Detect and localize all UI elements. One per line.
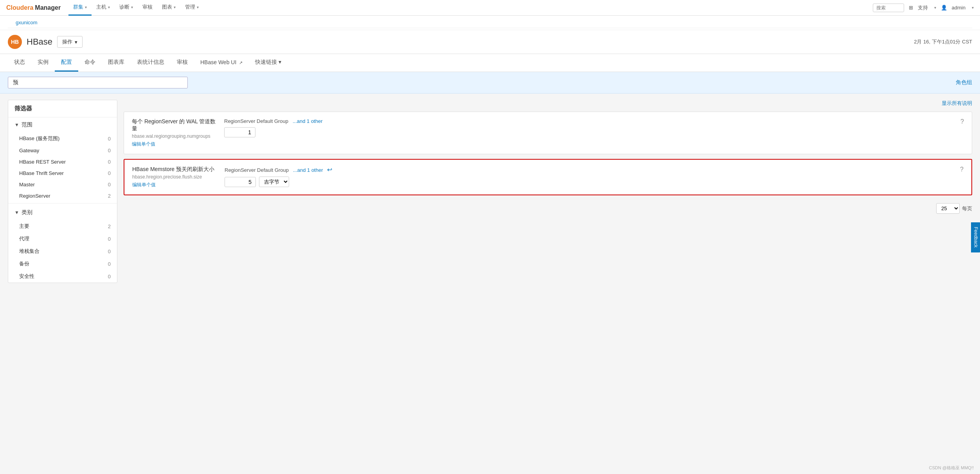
top-search-input[interactable]	[873, 4, 904, 12]
config-item-name: HBase Memstore 预关闭刷新大小	[132, 166, 218, 173]
config-value-input[interactable]	[225, 177, 256, 187]
filter-category-items: 主要 2 代理 0 堆栈集合 0 备份 0 安全性 0	[8, 220, 117, 283]
config-item-edit-link[interactable]: 编辑单个值	[132, 182, 156, 187]
config-item-key: hbase.hregion.preclose.flush.size	[132, 174, 218, 180]
chevron-down-icon: ▾	[934, 5, 936, 10]
config-value-row	[224, 127, 954, 137]
config-unit-select[interactable]: 吉字节 兆字节 千字节 字节	[259, 177, 289, 187]
nav-item-hosts[interactable]: 主机 ▾	[92, 0, 115, 16]
chevron-down-icon: ▾	[197, 5, 199, 9]
config-item-label: HBase Memstore 预关闭刷新大小 hbase.hregion.pre…	[132, 166, 218, 188]
tab-quicklinks[interactable]: 快速链接 ▾	[249, 54, 288, 72]
config-item-meta: RegionServer Default Group ...and 1 othe…	[224, 118, 954, 137]
chevron-down-icon: ▾	[131, 5, 133, 9]
config-item-label: 每个 RegionServer 的 WAL 管道数量 hbase.wal.reg…	[132, 118, 218, 148]
tab-audit[interactable]: 审核	[171, 54, 194, 72]
tab-commands[interactable]: 命令	[78, 54, 102, 72]
help-icon[interactable]: ?	[960, 118, 964, 125]
per-page-select[interactable]: 25 50 100	[936, 203, 960, 214]
show-all-descriptions[interactable]: 显示所有说明	[942, 100, 972, 106]
config-item-name: 每个 RegionServer 的 WAL 管道数量	[132, 118, 218, 132]
filter-scope-items: HBase (服务范围) 0 Gateway 0 HBase REST Serv…	[8, 132, 117, 202]
filter-item-hbase-service[interactable]: HBase (服务范围) 0	[8, 132, 117, 145]
search-bar: 角色组	[0, 72, 980, 94]
filter-item-backup[interactable]: 备份 0	[8, 258, 117, 270]
nav-item-clusters[interactable]: 群集 ▾	[68, 0, 92, 16]
filter-section-scope[interactable]: ▼ 范围	[8, 117, 117, 132]
config-item-header: HBase Memstore 预关闭刷新大小 hbase.hregion.pre…	[132, 166, 964, 188]
revert-icon[interactable]: ↩	[327, 166, 332, 173]
pagination-bar: 25 50 100 每页	[124, 200, 972, 217]
group-extra-link[interactable]: ...and 1 other	[293, 118, 323, 124]
service-icon: HB	[8, 35, 22, 49]
main-content: 筛选器 ▼ 范围 HBase (服务范围) 0 Gateway 0 HBase …	[0, 94, 980, 474]
config-item-meta: RegionServer Default Group ...and 1 othe…	[225, 166, 954, 187]
service-title: HB HBase 操作 ▾	[8, 35, 83, 49]
chevron-down-icon: ▾	[108, 5, 110, 9]
config-item-wal-pipeline: 每个 RegionServer 的 WAL 管道数量 hbase.wal.reg…	[124, 112, 972, 154]
group-extra-link[interactable]: ...and 1 other	[293, 167, 323, 173]
external-link-icon: ↗	[239, 60, 243, 65]
chevron-down-icon: ▼	[14, 122, 19, 128]
config-item-memstore-flush: HBase Memstore 预关闭刷新大小 hbase.hregion.pre…	[124, 159, 972, 195]
config-value-row: 吉字节 兆字节 千字节 字节	[225, 177, 954, 187]
config-groups: RegionServer Default Group ...and 1 othe…	[224, 118, 954, 124]
chevron-down-icon: ▾	[85, 5, 87, 9]
logo-cloudera: Cloudera	[6, 4, 33, 11]
filter-item-main[interactable]: 主要 2	[8, 220, 117, 232]
logo-manager: Manager	[35, 4, 61, 11]
tab-charts[interactable]: 图表库	[102, 54, 131, 72]
filter-item-thrift-server[interactable]: HBase Thrift Server 0	[8, 168, 117, 179]
nav-item-audit[interactable]: 审核	[138, 0, 157, 16]
ops-button[interactable]: 操作 ▾	[57, 36, 83, 48]
role-group-link[interactable]: 角色组	[956, 79, 972, 86]
nav-item-diagnostics[interactable]: 诊断 ▾	[115, 0, 138, 16]
config-item-header: 每个 RegionServer 的 WAL 管道数量 hbase.wal.reg…	[132, 118, 964, 148]
per-page-label: 每页	[962, 205, 972, 212]
sidebar-title: 筛选器	[8, 100, 117, 117]
filter-item-security[interactable]: 安全性 0	[8, 270, 117, 283]
config-groups: RegionServer Default Group ...and 1 othe…	[225, 166, 954, 173]
service-header: HB HBase 操作 ▾ 2月 16, 下午1点01分 CST	[0, 30, 980, 54]
filter-section-category[interactable]: ▼ 类别	[8, 205, 117, 220]
feedback-tab[interactable]: Feedback	[971, 222, 980, 252]
config-item-key: hbase.wal.regiongrouping.numgroups	[132, 133, 218, 139]
config-search-input[interactable]	[8, 77, 188, 88]
cluster-link[interactable]: gxunicom	[8, 17, 972, 28]
support-link[interactable]: 支持	[918, 4, 928, 11]
filter-item-rest-server[interactable]: HBase REST Server 0	[8, 156, 117, 168]
top-nav-links: 群集 ▾ 主机 ▾ 诊断 ▾ 审核 图表 ▾ 管理 ▾	[68, 0, 872, 16]
sidebar-section: 筛选器 ▼ 范围 HBase (服务范围) 0 Gateway 0 HBase …	[8, 100, 117, 283]
filter-item-regionserver[interactable]: RegionServer 2	[8, 190, 117, 202]
chevron-down-icon: ▾	[75, 39, 77, 45]
tab-hbase-webui[interactable]: HBase Web UI ↗	[194, 54, 249, 71]
tab-bar: 状态 实例 配置 命令 图表库 表统计信息 审核 HBase Web UI ↗ …	[0, 54, 980, 72]
tab-table-stats[interactable]: 表统计信息	[131, 54, 171, 72]
filter-item-proxy[interactable]: 代理 0	[8, 232, 117, 245]
filter-item-gateway[interactable]: Gateway 0	[8, 145, 117, 156]
show-all-link: 显示所有说明	[124, 100, 972, 107]
filter-divider	[8, 203, 117, 204]
chevron-down-icon: ▾	[174, 5, 176, 9]
logo: Cloudera Manager	[6, 4, 61, 11]
config-item-edit-link[interactable]: 编辑单个值	[132, 141, 155, 147]
filter-item-master[interactable]: Master 0	[8, 179, 117, 190]
top-nav-right: ⊞ 支持 ▾ 👤 admin ▾	[873, 4, 974, 12]
top-nav: Cloudera Manager 群集 ▾ 主机 ▾ 诊断 ▾ 审核 图表 ▾ …	[0, 0, 980, 16]
user-icon[interactable]: 👤	[941, 5, 947, 11]
help-icon[interactable]: ?	[960, 166, 964, 173]
watermark: CSDN @格格巫 MMQ!!	[929, 465, 974, 471]
config-value-input[interactable]	[224, 127, 255, 137]
filter-item-stack[interactable]: 堆栈集合 0	[8, 245, 117, 258]
nav-item-charts[interactable]: 图表 ▾	[157, 0, 180, 16]
config-content: 显示所有说明 每个 RegionServer 的 WAL 管道数量 hbase.…	[124, 100, 972, 474]
grid-icon[interactable]: ⊞	[909, 5, 913, 11]
chevron-down-icon: ▾	[972, 5, 974, 10]
tab-config[interactable]: 配置	[55, 54, 78, 72]
chevron-down-icon: ▾	[279, 59, 281, 65]
admin-label[interactable]: admin	[952, 5, 966, 11]
tab-instances[interactable]: 实例	[31, 54, 55, 72]
nav-item-admin[interactable]: 管理 ▾	[180, 0, 203, 16]
sidebar: 筛选器 ▼ 范围 HBase (服务范围) 0 Gateway 0 HBase …	[8, 100, 117, 474]
tab-status[interactable]: 状态	[8, 54, 31, 72]
